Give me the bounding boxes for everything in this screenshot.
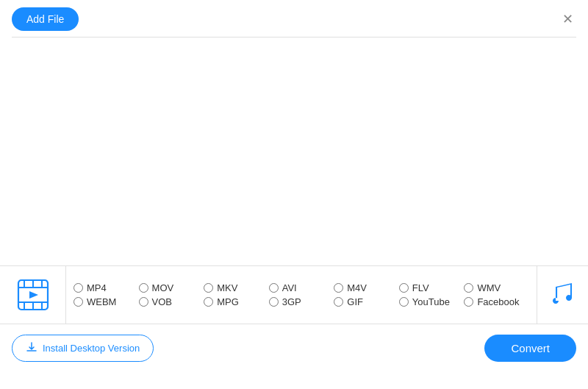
format-label-gif: GIF [347, 296, 363, 307]
format-options-grid: MP4MOVMKVAVIM4VFLVWMVWEBMVOBMPG3GPGIFYou… [66, 276, 537, 313]
music-note-icon [550, 280, 576, 310]
format-radio-flv[interactable] [399, 283, 409, 293]
svg-marker-10 [29, 291, 38, 299]
format-label-mp4: MP4 [87, 282, 107, 293]
format-option-mkv[interactable]: MKV [204, 282, 269, 293]
install-label: Install Desktop Version [43, 343, 140, 354]
format-radio-mkv[interactable] [204, 283, 213, 293]
format-option-flv[interactable]: FLV [399, 282, 465, 293]
format-label-youtube: YouTube [412, 296, 450, 307]
format-radio-mov[interactable] [139, 283, 148, 293]
format-radio-3gp[interactable] [269, 297, 279, 307]
film-icon [16, 278, 50, 312]
format-option-mpg[interactable]: MPG [204, 296, 269, 307]
format-label-wmv: WMV [477, 282, 501, 293]
format-label-m4v: M4V [347, 282, 367, 293]
format-option-vob[interactable]: VOB [139, 296, 204, 307]
format-radio-mpg[interactable] [204, 297, 213, 307]
format-option-mp4[interactable]: MP4 [74, 282, 139, 293]
main-content-area [0, 38, 588, 265]
format-label-flv: FLV [412, 282, 429, 293]
video-format-icon-area [0, 266, 66, 324]
format-bar: MP4MOVMKVAVIM4VFLVWMVWEBMVOBMPG3GPGIFYou… [0, 265, 588, 324]
format-option-mov[interactable]: MOV [139, 282, 204, 293]
format-option-wmv[interactable]: WMV [464, 282, 529, 293]
title-bar: Add File ✕ [0, 0, 588, 37]
format-label-facebook: Facebook [477, 296, 519, 307]
download-icon [26, 341, 37, 355]
format-label-mkv: MKV [217, 282, 237, 293]
format-option-webm[interactable]: WEBM [74, 296, 139, 307]
add-file-button[interactable]: Add File [12, 7, 79, 31]
format-option-gif[interactable]: GIF [334, 296, 399, 307]
format-label-webm: WEBM [87, 296, 116, 307]
format-label-vob: VOB [152, 296, 172, 307]
format-radio-facebook[interactable] [464, 297, 473, 307]
close-button[interactable]: ✕ [559, 10, 576, 29]
convert-button[interactable]: Convert [484, 335, 576, 362]
format-label-3gp: 3GP [282, 296, 301, 307]
format-radio-m4v[interactable] [334, 283, 343, 293]
format-radio-avi[interactable] [269, 283, 279, 293]
format-option-youtube[interactable]: YouTube [399, 296, 465, 307]
format-label-avi: AVI [282, 282, 297, 293]
format-option-facebook[interactable]: Facebook [464, 296, 529, 307]
format-option-3gp[interactable]: 3GP [269, 296, 334, 307]
format-option-m4v[interactable]: M4V [334, 282, 399, 293]
format-radio-webm[interactable] [74, 297, 83, 307]
install-desktop-button[interactable]: Install Desktop Version [12, 335, 154, 362]
format-option-avi[interactable]: AVI [269, 282, 334, 293]
format-label-mpg: MPG [217, 296, 239, 307]
format-radio-gif[interactable] [334, 297, 343, 307]
format-radio-wmv[interactable] [464, 283, 473, 293]
bottom-bar: Install Desktop Version Convert [0, 324, 588, 372]
format-label-mov: MOV [152, 282, 174, 293]
format-radio-mp4[interactable] [74, 283, 83, 293]
audio-format-icon-area [537, 266, 588, 324]
format-radio-youtube[interactable] [399, 297, 409, 307]
format-radio-vob[interactable] [139, 297, 148, 307]
